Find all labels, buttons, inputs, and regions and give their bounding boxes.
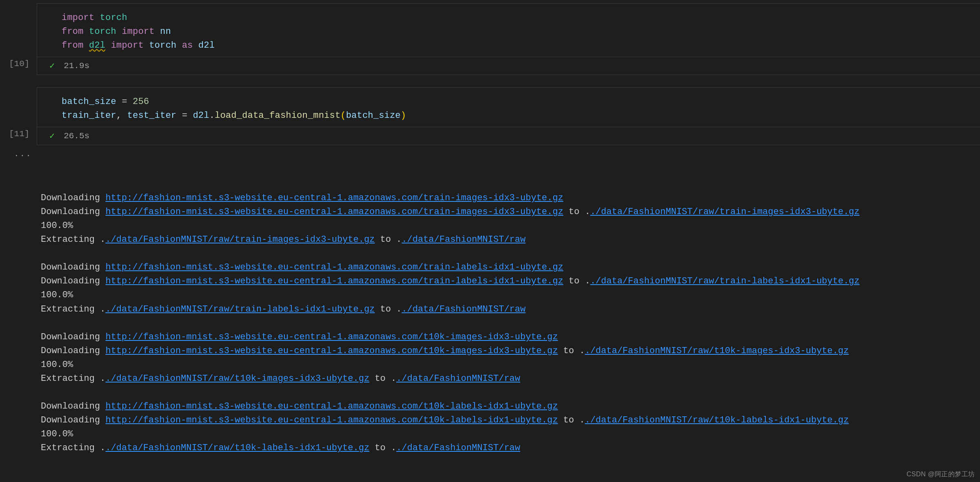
output-link[interactable]: http://fashion-mnist.s3-website.eu-centr… (105, 346, 558, 356)
code-line[interactable]: train_iter, test_iter = d2l.load_data_fa… (62, 111, 406, 121)
cell-input-area[interactable]: import torch from torch import nn from d… (37, 3, 980, 75)
output-line: Downloading http://fashion-mnist.s3-webs… (41, 400, 980, 413)
execution-count: [10] (9, 59, 29, 69)
cell-status-bar: [11] ✓ 26.5s (37, 127, 980, 145)
output-line: Extracting ../data/FashionMNIST/raw/t10k… (41, 441, 980, 455)
output-link[interactable]: ./data/FashionMNIST/raw/train-images-idx… (590, 207, 860, 217)
output-link[interactable]: http://fashion-mnist.s3-website.eu-centr… (105, 262, 563, 272)
output-line: 100.0% (41, 288, 980, 302)
output-link[interactable]: ./data/FashionMNIST/raw (396, 374, 520, 384)
output-line: Extracting ../data/FashionMNIST/raw/trai… (41, 233, 980, 247)
output-line (41, 316, 980, 330)
watermark: CSDN @阿正的梦工坊 (907, 470, 975, 479)
output-link[interactable]: ./data/FashionMNIST/raw/train-labels-idx… (590, 276, 860, 286)
execution-time: 26.5s (64, 131, 89, 141)
output-link[interactable]: http://fashion-mnist.s3-website.eu-centr… (105, 193, 563, 203)
code-line[interactable]: import torch (62, 13, 127, 23)
output-line (41, 247, 980, 261)
notebook: import torch from torch import nn from d… (0, 0, 980, 455)
output-line: 100.0% (41, 358, 980, 372)
code-editor[interactable]: import torch from torch import nn from d… (37, 4, 980, 57)
code-line[interactable]: batch_size = 256 (62, 97, 149, 107)
cell-status-bar: [10] ✓ 21.9s (37, 57, 980, 75)
code-editor[interactable]: batch_size = 256 train_iter, test_iter =… (37, 88, 980, 127)
output-link[interactable]: http://fashion-mnist.s3-website.eu-centr… (105, 332, 558, 342)
output-link[interactable]: ./data/FashionMNIST/raw/t10k-images-idx3… (105, 374, 369, 384)
output-link[interactable]: http://fashion-mnist.s3-website.eu-centr… (105, 207, 563, 217)
output-line: Downloading http://fashion-mnist.s3-webs… (41, 413, 980, 427)
code-cell[interactable]: import torch from torch import nn from d… (0, 3, 980, 75)
cell-input-area[interactable]: batch_size = 256 train_iter, test_iter =… (37, 87, 980, 145)
output-line: Downloading http://fashion-mnist.s3-webs… (41, 330, 980, 344)
output-line: Extracting ../data/FashionMNIST/raw/t10k… (41, 372, 980, 386)
output-line: 100.0% (41, 219, 980, 233)
output-line: Downloading http://fashion-mnist.s3-webs… (41, 344, 980, 358)
execution-time: 21.9s (64, 61, 89, 71)
output-link[interactable]: http://fashion-mnist.s3-website.eu-centr… (105, 401, 558, 411)
code-line[interactable]: from torch import nn (62, 27, 171, 37)
output-link[interactable]: ./data/FashionMNIST/raw (402, 304, 526, 314)
output-link[interactable]: ./data/FashionMNIST/raw/t10k-labels-idx1… (585, 415, 849, 425)
output-link[interactable]: ./data/FashionMNIST/raw/t10k-labels-idx1… (105, 443, 369, 453)
output-link[interactable]: ./data/FashionMNIST/raw/t10k-images-idx3… (585, 346, 849, 356)
cell-output: ··· Downloading http://fashion-mnist.s3-… (41, 149, 980, 455)
output-line: 100.0% (41, 427, 980, 441)
code-line[interactable]: from d2l import torch as d2l (62, 40, 215, 51)
output-link[interactable]: http://fashion-mnist.s3-website.eu-centr… (105, 415, 558, 425)
output-line: Downloading http://fashion-mnist.s3-webs… (41, 205, 980, 219)
output-line: Downloading http://fashion-mnist.s3-webs… (41, 274, 980, 288)
success-check-icon: ✓ (49, 60, 55, 71)
output-link[interactable]: http://fashion-mnist.s3-website.eu-centr… (105, 276, 563, 286)
output-link[interactable]: ./data/FashionMNIST/raw (402, 234, 526, 245)
output-link[interactable]: ./data/FashionMNIST/raw/train-labels-idx… (105, 304, 375, 314)
execution-count: [11] (9, 129, 29, 139)
output-link[interactable]: ./data/FashionMNIST/raw (396, 443, 520, 453)
output-link[interactable]: ./data/FashionMNIST/raw/train-images-idx… (105, 234, 375, 245)
output-line (41, 386, 980, 400)
success-check-icon: ✓ (49, 130, 55, 142)
code-cell[interactable]: batch_size = 256 train_iter, test_iter =… (0, 87, 980, 455)
output-collapse-icon[interactable]: ··· (14, 149, 32, 163)
output-line: Extracting ../data/FashionMNIST/raw/trai… (41, 303, 980, 316)
output-line: Downloading http://fashion-mnist.s3-webs… (41, 261, 980, 274)
output-line: Downloading http://fashion-mnist.s3-webs… (41, 191, 980, 205)
